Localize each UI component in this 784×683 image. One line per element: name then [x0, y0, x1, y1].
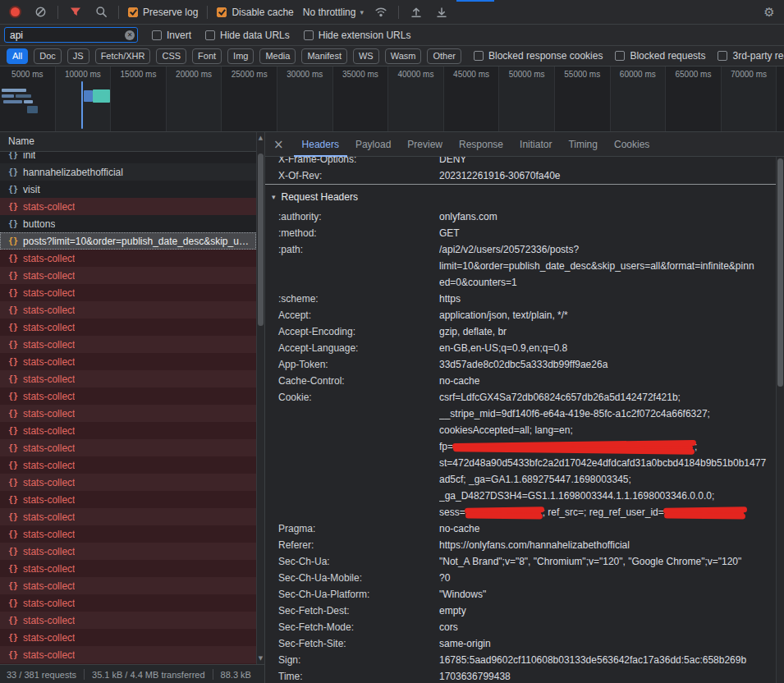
hide-data-urls-checkbox[interactable]: Hide data URLs: [205, 30, 290, 41]
filter-type-font[interactable]: Font: [192, 48, 222, 64]
filter-type-css[interactable]: CSS: [156, 48, 186, 64]
header-row: Accept:application/json, text/plain, */*: [265, 307, 776, 323]
request-row[interactable]: {}stats-collect: [0, 319, 256, 336]
request-name: init: [23, 152, 35, 161]
request-type-icon: {}: [8, 529, 18, 539]
import-har-button[interactable]: [408, 4, 424, 21]
request-row[interactable]: {}stats-collect: [0, 491, 256, 508]
settings-button[interactable]: ⚙: [761, 4, 777, 21]
request-row[interactable]: {}stats-collect: [0, 336, 256, 353]
checkbox-icon: [205, 30, 215, 40]
request-details-panel: × HeadersPayloadPreviewResponseInitiator…: [265, 132, 784, 683]
header-row: Sec-Ch-Ua-Mobile:?0: [265, 570, 776, 586]
filter-type-all[interactable]: All: [7, 48, 28, 64]
filter-type-fetchxhr[interactable]: Fetch/XHR: [95, 48, 151, 64]
request-row[interactable]: {}stats-collect: [0, 474, 256, 491]
request-row[interactable]: {}stats-collect: [0, 439, 256, 456]
request-row[interactable]: {}stats-collect: [0, 577, 256, 594]
scroll-up-icon[interactable]: ▲: [257, 134, 264, 142]
filter-type-wasm[interactable]: Wasm: [385, 48, 422, 64]
header-name: App-Token:: [265, 356, 439, 373]
request-row[interactable]: {}stats-collect: [0, 284, 256, 301]
scroll-down-icon[interactable]: ▼: [257, 654, 264, 662]
network-conditions-button[interactable]: [373, 4, 389, 21]
header-value-text: no-cache: [439, 523, 479, 534]
tab-headers[interactable]: Headers: [294, 132, 347, 157]
request-list-scrollbar[interactable]: ▲ ▼: [256, 132, 264, 664]
tab-response[interactable]: Response: [451, 132, 511, 157]
third-party-requests-checkbox[interactable]: 3rd-party requests: [718, 50, 784, 62]
section-title: Request Headers: [282, 191, 358, 203]
request-row[interactable]: {}init: [0, 152, 256, 163]
request-row[interactable]: {}stats-collect: [0, 594, 256, 612]
request-row[interactable]: {}stats-collect: [0, 456, 256, 474]
clear-button[interactable]: [32, 4, 48, 21]
header-value-line: "Windows": [439, 586, 776, 603]
tab-initiator[interactable]: Initiator: [511, 132, 560, 157]
request-name: buttons: [23, 218, 55, 230]
request-name: stats-collect: [23, 511, 75, 523]
header-value: "Not_A Brand";v="8", "Chromium";v="120",…: [439, 553, 776, 570]
request-type-icon: {}: [8, 340, 18, 349]
disable-cache-checkbox[interactable]: Disable cache: [217, 7, 293, 18]
details-scrollbar[interactable]: [776, 157, 784, 683]
request-row[interactable]: {}stats-collect: [0, 405, 256, 422]
scrollbar-thumb[interactable]: [258, 154, 264, 326]
filter-type-ws[interactable]: WS: [353, 48, 379, 64]
invert-checkbox[interactable]: Invert: [152, 30, 191, 41]
preserve-log-checkbox[interactable]: Preserve log: [128, 7, 198, 18]
header-value-text: gzip, deflate, br: [439, 326, 507, 337]
request-row[interactable]: {}stats-collect: [0, 267, 256, 284]
header-name: Sec-Fetch-Site:: [265, 635, 439, 652]
header-row: App-Token:33d57ade8c02dbc5a333db99ff9ae2…: [265, 356, 776, 373]
request-row[interactable]: {}stats-collect: [0, 387, 256, 405]
request-row[interactable]: {}hannahelizabethofficial: [0, 163, 256, 181]
request-row[interactable]: {}posts?limit=10&order=publish_date_desc…: [0, 232, 256, 250]
network-filter-input[interactable]: [4, 27, 138, 43]
filter-type-img[interactable]: Img: [227, 48, 254, 64]
blocked-response-cookies-checkbox[interactable]: Blocked response cookies: [474, 50, 603, 62]
throttling-select[interactable]: No throttling ▾: [303, 7, 364, 18]
hide-extension-urls-checkbox[interactable]: Hide extension URLs: [304, 30, 411, 41]
filter-type-media[interactable]: Media: [259, 48, 296, 64]
header-value: no-cache: [439, 373, 776, 389]
request-row[interactable]: {}stats-collect: [0, 629, 256, 646]
filter-type-js[interactable]: JS: [67, 48, 89, 64]
export-har-button[interactable]: [433, 4, 450, 21]
filter-type-manifest[interactable]: Manifest: [301, 48, 347, 64]
tab-cookies[interactable]: Cookies: [606, 132, 658, 157]
request-row[interactable]: {}stats-collect: [0, 646, 256, 663]
header-row: Referer:https://onlyfans.com/hannaheliza…: [265, 537, 776, 553]
clear-filter-icon[interactable]: ✕: [125, 30, 135, 40]
header-value-line: cookiesAccepted=all; lang=en;: [439, 422, 776, 438]
timeline-overview[interactable]: 5000 ms10000 ms15000 ms20000 ms25000 ms3…: [0, 66, 784, 132]
filter-toggle-button[interactable]: [67, 4, 84, 21]
request-row[interactable]: {}stats-collect: [0, 353, 256, 370]
request-row[interactable]: {}stats-collect: [0, 543, 256, 560]
search-button[interactable]: [93, 4, 109, 21]
request-row[interactable]: {}stats-collect: [0, 612, 256, 629]
header-value: empty: [439, 603, 776, 619]
tab-preview[interactable]: Preview: [399, 132, 451, 157]
blocked-requests-checkbox[interactable]: Blocked requests: [615, 50, 705, 62]
request-row[interactable]: {}stats-collect: [0, 560, 256, 577]
filter-type-doc[interactable]: Doc: [34, 48, 62, 64]
request-row[interactable]: {}stats-collect: [0, 508, 256, 525]
scrollbar-thumb[interactable]: [777, 158, 783, 387]
close-icon[interactable]: ×: [273, 132, 284, 157]
request-row[interactable]: {}stats-collect: [0, 198, 256, 215]
request-row[interactable]: {}stats-collect: [0, 525, 256, 543]
tab-timing[interactable]: Timing: [560, 132, 606, 157]
name-column-header[interactable]: Name: [0, 132, 264, 152]
request-row[interactable]: {}stats-collect: [0, 370, 256, 387]
record-button[interactable]: [7, 4, 23, 21]
request-row[interactable]: {}stats-collect: [0, 422, 256, 439]
request-headers-section-header[interactable]: ▾ Request Headers: [265, 185, 776, 209]
request-row[interactable]: {}buttons: [0, 215, 256, 232]
request-row[interactable]: {}visit: [0, 181, 256, 198]
filter-type-other[interactable]: Other: [427, 48, 461, 64]
header-value-text: _ga_D4827DS3H4=GS1.1.1698003344.1.1.1698…: [439, 490, 714, 502]
request-row[interactable]: {}stats-collect: [0, 301, 256, 319]
tab-payload[interactable]: Payload: [347, 132, 399, 157]
request-row[interactable]: {}stats-collect: [0, 250, 256, 267]
